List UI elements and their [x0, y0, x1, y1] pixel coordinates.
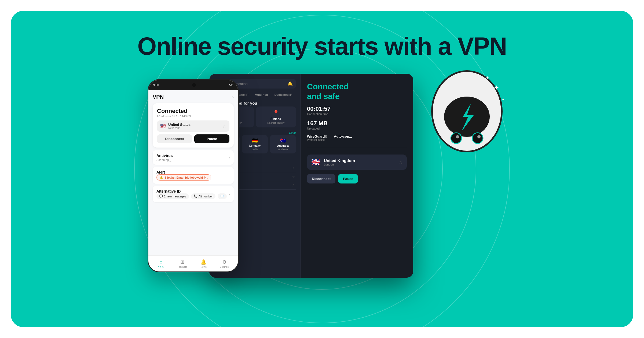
phone-device: 9:30 5G VPN › Connected IP address 62.19… [148, 79, 239, 272]
nav-settings-label: Settings [220, 266, 229, 268]
alt-number-label: Alt number [199, 195, 213, 198]
antivirus-info: Antivirus Scanning _ [156, 153, 173, 161]
recommended-finland[interactable]: 📍 Finland Nearest country [256, 106, 296, 127]
phone-content: VPN › Connected IP address 62.197.149.69… [148, 90, 238, 255]
svg-point-4 [472, 133, 483, 144]
auto-connect-item: Auto-con... [334, 134, 352, 138]
messages-badge: 💬 2 new messages [156, 193, 189, 199]
auto-connect-value: Auto-con... [334, 134, 352, 138]
phone-notch [192, 83, 196, 87]
finland-name: Finland [271, 117, 281, 120]
disconnect-button[interactable]: Disconnect [307, 174, 335, 183]
email-badge: ✉️ [218, 193, 227, 199]
nav-home-label: Home [158, 265, 164, 268]
alt-number-badge: 📞 Alt number [191, 193, 215, 199]
clear-button[interactable]: Clear [289, 131, 296, 134]
recent-germany[interactable]: 🇩🇪 Germany Berlin [242, 135, 268, 153]
austria-star-icon: ☆ [292, 166, 295, 170]
stat-upload-label: Uploaded [307, 127, 407, 130]
phone-icon: 📞 [194, 194, 197, 198]
stat-upload: 167 MB Uploaded [307, 120, 407, 130]
nav-settings[interactable]: ⚙ Settings [220, 259, 229, 268]
chat-icon: 💬 [159, 194, 163, 198]
germany-city: Berlin [252, 148, 258, 151]
nav-products-label: Products [178, 266, 187, 268]
antivirus-status: Scanning _ [156, 158, 173, 161]
devices-container: 🔍 Search location 🔔 Locations Static IP … [134, 74, 510, 294]
stat-time-label: Connection time [307, 112, 407, 116]
divider [307, 148, 407, 148]
stat-time-value: 00:01:57 [307, 105, 407, 112]
tab-dedicated-ip[interactable]: Dedicated IP [272, 92, 295, 98]
page-headline: Online security starts with a VPN [137, 32, 507, 60]
uk-country-name: United Kingdom [324, 158, 396, 163]
finland-sub: Nearest country [267, 122, 284, 124]
messages-count: 2 new messages [164, 195, 186, 198]
phone-bottom-nav: ⌂ Home ⊞ Products 🔔 News ⚙ Settings [148, 255, 238, 271]
connection-status: Connected [157, 108, 229, 115]
phone-location-row[interactable]: 🇺🇸 United States New York ☆ [157, 120, 229, 132]
warning-icon: ⚠️ [159, 176, 163, 179]
uk-star-icon: ☆ [399, 160, 402, 165]
alert-label: Alert [156, 170, 211, 174]
phone-btn-row: Disconnect Pause [157, 134, 229, 143]
alt-id-label: Alternative ID [156, 189, 227, 193]
phone-body: 9:30 5G VPN › Connected IP address 62.19… [148, 79, 239, 272]
stat-upload-value: 167 MB [307, 120, 407, 127]
action-buttons: Disconnect Pause [307, 174, 407, 183]
phone-time: 9:30 [153, 83, 159, 87]
phone-signal: 5G [229, 83, 233, 87]
connection-ip: IP address 62.197.149.69 [157, 115, 229, 118]
phone-pause-button[interactable]: Pause [194, 134, 229, 143]
finland-icon: 📍 [273, 110, 279, 116]
antivirus-label: Antivirus [156, 153, 173, 158]
news-icon: 🔔 [200, 259, 206, 265]
alert-section[interactable]: Alert ⚠️ 3 leaks: Email big.lebowski@... [153, 167, 234, 184]
svg-text:✦: ✦ [494, 84, 499, 91]
svg-point-3 [451, 133, 462, 144]
email-icon: ✉️ [220, 194, 224, 198]
recent-australia[interactable]: 🇦🇺 Australia Brisbane [270, 135, 296, 153]
antivirus-chevron-icon: › [229, 155, 230, 160]
alt-id-badges: 💬 2 new messages 📞 Alt number ✉️ [156, 193, 227, 199]
germany-name: Germany [249, 144, 261, 147]
protocol-label: Protocol in use [307, 138, 327, 141]
nav-home[interactable]: ⌂ Home [158, 259, 164, 268]
us-flag-phone: 🇺🇸 [160, 123, 166, 129]
phone-chevron-icon: › [232, 95, 234, 100]
pause-button[interactable]: Pause [338, 174, 358, 183]
alert-message: 3 leaks: Email big.lebowski@... [165, 176, 208, 179]
svg-point-6 [477, 135, 481, 138]
nav-news-label: News [200, 266, 207, 268]
stat-time: 00:01:57 Connection time [307, 105, 407, 116]
svg-point-5 [456, 135, 459, 138]
alert-info: Alert ⚠️ 3 leaks: Email big.lebowski@... [156, 170, 211, 181]
location-country: United States [168, 123, 222, 127]
protocol-row: WireGuard® Protocol in use Auto-con... [307, 134, 407, 141]
tab-multihop[interactable]: Multi-hop [252, 92, 270, 98]
uk-location-row: 🇬🇧 United Kingdom London ☆ [307, 155, 407, 170]
phone-app-title: VPN [153, 94, 164, 100]
bell-icon: 🔔 [287, 81, 293, 86]
connected-box: Connected IP address 62.197.149.69 🇺🇸 Un… [153, 103, 234, 148]
settings-icon: ⚙ [222, 259, 226, 265]
location-star-icon[interactable]: ☆ [222, 124, 226, 129]
connected-safe-title: Connectedand safe [307, 82, 407, 101]
alt-id-info: Alternative ID 💬 2 new messages 📞 Alt nu… [156, 189, 227, 199]
mascot-character: ✦ ✦ ✦ [424, 63, 510, 176]
nav-products[interactable]: ⊞ Products [178, 259, 187, 268]
alt-id-section[interactable]: Alternative ID 💬 2 new messages 📞 Alt nu… [153, 186, 234, 202]
svg-text:✦: ✦ [502, 98, 504, 101]
star-icon-3: ☆ [292, 183, 295, 187]
location-info: United States New York [168, 123, 222, 130]
antivirus-section[interactable]: Antivirus Scanning _ › [153, 150, 234, 165]
protocol-value: WireGuard® [307, 134, 327, 138]
star-icon-2: ☆ [292, 175, 295, 179]
phone-disconnect-button[interactable]: Disconnect [157, 134, 192, 143]
products-icon: ⊞ [180, 259, 184, 265]
nav-news[interactable]: 🔔 News [200, 259, 207, 268]
svg-text:✦: ✦ [486, 75, 489, 80]
uk-flag-icon: 🇬🇧 [311, 158, 321, 167]
germany-flag: 🇩🇪 [252, 138, 258, 144]
protocol-item: WireGuard® Protocol in use [307, 134, 327, 141]
